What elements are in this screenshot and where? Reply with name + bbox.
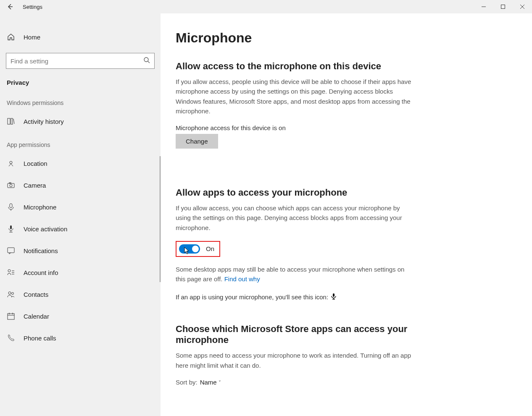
sidebar: Home Privacy Windows permissions Activit… [0, 13, 161, 416]
voice-activation-icon [7, 225, 15, 233]
nav-label: Voice activation [24, 225, 67, 233]
svg-point-24 [8, 292, 11, 294]
search-icon [143, 57, 150, 65]
section-heading: Choose which Microsoft Store apps can ac… [176, 324, 411, 345]
nav-label: Location [24, 160, 47, 167]
window-controls [474, 0, 532, 13]
minimize-button[interactable] [474, 0, 493, 13]
sort-dropdown[interactable]: Name ˅ [200, 379, 221, 386]
nav-phone-calls[interactable]: Phone calls [0, 327, 161, 349]
app-access-toggle[interactable] [179, 244, 200, 254]
nav-location[interactable]: Location [0, 152, 161, 174]
svg-point-10 [10, 161, 12, 164]
highlight-annotation: On [176, 241, 220, 257]
nav-label: Account info [24, 269, 58, 276]
device-access-status: Microphone access for this device is on [176, 124, 515, 131]
nav-microphone[interactable]: Microphone [0, 196, 161, 218]
sort-label: Sort by: [176, 379, 198, 386]
svg-rect-26 [8, 314, 14, 319]
window-title: Settings [23, 4, 42, 10]
location-icon [7, 159, 15, 167]
section-heading: Allow apps to access your microphone [176, 187, 515, 198]
nav-account-info[interactable]: Account info [0, 262, 161, 283]
nav-label: Camera [24, 182, 46, 189]
svg-line-9 [13, 119, 14, 124]
toggle-label: On [206, 245, 214, 252]
contacts-icon [7, 290, 15, 298]
desktop-apps-note: Some desktop apps may still be able to a… [176, 264, 415, 284]
svg-rect-8 [11, 118, 13, 124]
nav-calendar[interactable]: Calendar [0, 305, 161, 327]
home-label: Home [24, 34, 40, 41]
close-button[interactable] [513, 0, 532, 13]
svg-point-20 [8, 269, 11, 272]
svg-rect-13 [9, 183, 11, 183]
section-body: If you allow access, you can choose whic… [176, 203, 415, 233]
nav-contacts[interactable]: Contacts [0, 283, 161, 305]
nav-activity-history[interactable]: Activity history [0, 110, 161, 132]
notifications-icon [7, 246, 15, 255]
activity-history-icon [7, 117, 15, 126]
section-body: Some apps need to access your microphone… [176, 351, 415, 370]
svg-line-6 [148, 61, 150, 63]
phone-calls-icon [7, 334, 15, 342]
sort-row: Sort by: Name ˅ [176, 379, 515, 386]
mic-in-use-note: If an app is using your microphone, you'… [176, 293, 515, 301]
nav-label: Calendar [24, 313, 49, 320]
nav-label: Notifications [24, 247, 58, 254]
category-title: Privacy [0, 75, 161, 90]
toggle-knob [192, 246, 199, 252]
change-button[interactable]: Change [176, 134, 218, 149]
page-title: Microphone [176, 30, 515, 46]
microphone-icon [7, 203, 15, 211]
group-windows-permissions: Windows permissions [0, 90, 161, 110]
home-nav[interactable]: Home [0, 26, 161, 48]
svg-rect-2 [501, 5, 505, 9]
camera-icon [7, 181, 15, 189]
nav-voice-activation[interactable]: Voice activation [0, 218, 161, 240]
content-pane: Microphone Allow access to the microphon… [161, 13, 532, 416]
titlebar: Settings [0, 0, 532, 13]
nav-label: Phone calls [24, 335, 56, 342]
group-app-permissions: App permissions [0, 132, 161, 152]
nav-notifications[interactable]: Notifications [0, 240, 161, 262]
microphone-indicator-icon [331, 293, 337, 301]
nav-label: Contacts [24, 291, 48, 298]
maximize-button[interactable] [493, 0, 513, 13]
nav-camera[interactable]: Camera [0, 174, 161, 196]
nav-label: Microphone [24, 204, 56, 211]
home-icon [7, 33, 15, 41]
chevron-down-icon: ˅ [219, 380, 221, 386]
section-app-access: Allow apps to access your microphone If … [176, 187, 515, 301]
section-store-apps: Choose which Microsoft Store apps can ac… [176, 324, 515, 386]
search-input[interactable] [11, 58, 143, 65]
find-out-why-link[interactable]: Find out why [224, 275, 260, 283]
section-device-access: Allow access to the microphone on this d… [176, 61, 515, 173]
svg-point-25 [12, 293, 14, 295]
svg-rect-33 [333, 293, 334, 297]
svg-point-12 [10, 184, 12, 187]
svg-point-5 [144, 58, 148, 62]
svg-rect-7 [8, 118, 10, 124]
section-body: If you allow access, people using this d… [176, 77, 415, 116]
search-box[interactable] [6, 53, 155, 69]
svg-rect-19 [8, 248, 14, 253]
back-button[interactable] [0, 0, 20, 13]
calendar-icon [7, 312, 15, 320]
nav-label: Activity history [24, 118, 64, 125]
back-arrow-icon [7, 3, 13, 10]
svg-rect-16 [10, 225, 12, 229]
svg-rect-14 [10, 204, 12, 208]
account-info-icon [7, 268, 15, 277]
section-heading: Allow access to the microphone on this d… [176, 61, 515, 72]
